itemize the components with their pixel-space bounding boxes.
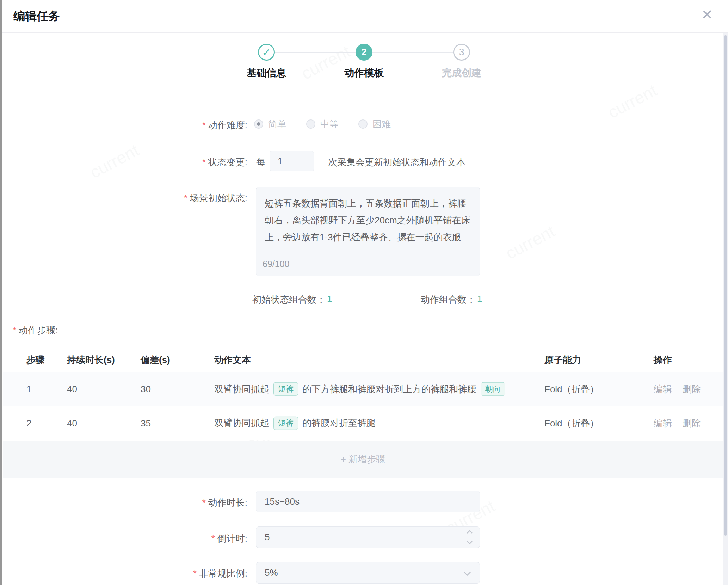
state-change-input[interactable]: 1 <box>270 151 314 171</box>
col-step: 步骤 <box>26 354 45 366</box>
dialog-left-edge <box>0 0 2 585</box>
initial-state-label: *场景初始状态: <box>89 192 247 204</box>
radio-label: 简单 <box>268 118 286 130</box>
table-header: 步骤 持续时长(s) 偏差(s) 动作文本 原子能力 操作 <box>3 347 723 372</box>
radio-icon[interactable] <box>306 119 315 129</box>
difficulty-radio-group: 简单 中等 困难 <box>254 119 391 129</box>
spinner-up-button[interactable] <box>459 527 480 537</box>
radio-icon-checked[interactable] <box>254 119 263 129</box>
step-connector <box>372 52 453 53</box>
initial-state-textarea[interactable]: 短裤五条数据背面朝上，五条数据正面朝上，裤腰朝右，离头部视野下方至少20cm之外… <box>256 187 480 276</box>
cell-deviation: 35 <box>141 418 151 429</box>
add-step-row[interactable]: + 新增步骤 <box>3 441 723 478</box>
delete-link[interactable]: 删除 <box>683 417 701 429</box>
scrollbar-thumb[interactable] <box>724 35 727 536</box>
edit-link[interactable]: 编辑 <box>654 383 672 395</box>
add-step-button[interactable]: + 新增步骤 <box>341 453 385 466</box>
unusual-ratio-select[interactable]: 5% <box>256 562 480 584</box>
combo-value: 1 <box>477 294 482 306</box>
step-label: 完成创建 <box>442 66 481 80</box>
object-tag: 短裤 <box>273 382 298 396</box>
difficulty-label: *动作难度: <box>89 119 247 131</box>
initial-state-text: 短裤五条数据背面朝上，五条数据正面朝上，裤腰朝右，离头部视野下方至少20cm之外… <box>265 198 470 242</box>
cell-ability: Fold（折叠） <box>544 383 599 395</box>
step-label: 动作模板 <box>344 66 384 80</box>
initial-state-combo-count: 初始状态组合数：1 <box>252 294 332 306</box>
table-row: 2 40 35 双臂协同抓起 短裤 的裤腰对折至裤腿 Fold（折叠） 编辑 删… <box>3 406 723 440</box>
col-deviation: 偏差(s) <box>141 354 170 366</box>
edit-link[interactable]: 编辑 <box>654 417 672 429</box>
watermark: current <box>502 221 558 263</box>
close-icon[interactable]: × <box>702 5 712 23</box>
delete-link[interactable]: 删除 <box>683 383 701 395</box>
step-action-template: 2 动作模板 <box>356 44 372 61</box>
stepper: ✓ 基础信息 2 动作模板 3 完成创建 <box>258 44 470 61</box>
radio-icon[interactable] <box>358 119 368 129</box>
dialog-title: 编辑任务 <box>13 8 60 24</box>
cell-operations: 编辑 删除 <box>654 383 701 395</box>
col-operations: 操作 <box>654 354 672 366</box>
step-connector <box>275 52 356 53</box>
state-change-label: *状态变更: <box>89 156 247 168</box>
state-change-suffix: 次采集会更新初始状态和动作文本 <box>328 156 465 168</box>
countdown-label: *倒计时: <box>89 532 247 545</box>
radio-label: 中等 <box>320 118 339 130</box>
required-mark: * <box>184 193 187 203</box>
orientation-tag: 朝向 <box>481 382 505 396</box>
required-mark: * <box>13 325 16 335</box>
required-mark: * <box>193 568 197 579</box>
required-mark: * <box>202 157 206 167</box>
cell-ability: Fold（折叠） <box>544 417 599 429</box>
combo-value: 1 <box>327 294 332 306</box>
header-divider <box>2 32 728 33</box>
cell-step: 1 <box>26 384 31 395</box>
duration-label: *动作时长: <box>89 497 247 509</box>
step-label: 基础信息 <box>247 66 286 80</box>
radio-option-hard[interactable]: 困难 <box>358 118 391 130</box>
col-duration: 持续时长(s) <box>67 354 115 366</box>
chevron-down-icon <box>467 541 473 544</box>
character-counter: 69/100 <box>263 255 289 272</box>
col-action-text: 动作文本 <box>214 354 251 366</box>
cell-duration: 40 <box>67 384 77 395</box>
state-change-prefix: 每 <box>256 156 265 168</box>
chevron-down-icon <box>463 562 471 583</box>
number-spinner <box>459 527 480 548</box>
step-number: 2 <box>356 44 372 61</box>
step-basic-info: ✓ 基础信息 <box>258 44 275 61</box>
col-atomic-ability: 原子能力 <box>544 354 581 366</box>
cell-duration: 40 <box>67 418 77 429</box>
object-tag: 短裤 <box>273 416 298 430</box>
cell-action-text: 双臂协同抓起 短裤 的裤腰对折至裤腿 <box>214 416 376 430</box>
step-finish-create: 3 完成创建 <box>453 44 470 61</box>
action-steps-label: *动作步骤: <box>13 324 58 337</box>
radio-option-easy[interactable]: 简单 <box>254 118 286 130</box>
cell-step: 2 <box>26 418 31 429</box>
action-combo-count: 动作组合数：1 <box>421 294 482 306</box>
step-done-check-icon: ✓ <box>258 44 275 61</box>
cell-operations: 编辑 删除 <box>654 417 701 429</box>
required-mark: * <box>202 120 206 130</box>
watermark: current <box>605 80 660 122</box>
table-row: 1 40 30 双臂协同抓起 短裤 的下方裤腿和裤腰对折到上方的裤腿和裤腰 朝向… <box>3 372 723 406</box>
radio-label: 困难 <box>372 118 391 130</box>
required-mark: * <box>211 533 215 544</box>
cell-action-text: 双臂协同抓起 短裤 的下方裤腿和裤腰对折到上方的裤腿和裤腰 朝向 <box>214 382 505 396</box>
edit-task-dialog: current current current current current … <box>0 0 728 585</box>
spinner-down-button[interactable] <box>459 537 480 548</box>
required-mark: * <box>202 497 206 508</box>
countdown-input[interactable]: 5 <box>256 526 480 548</box>
duration-input[interactable]: 15s~80s <box>256 491 480 512</box>
unusual-ratio-label: *非常规比例: <box>89 567 247 580</box>
chevron-up-icon <box>467 530 473 534</box>
radio-option-medium[interactable]: 中等 <box>306 118 339 130</box>
cell-deviation: 30 <box>141 384 151 395</box>
step-number: 3 <box>453 44 470 61</box>
